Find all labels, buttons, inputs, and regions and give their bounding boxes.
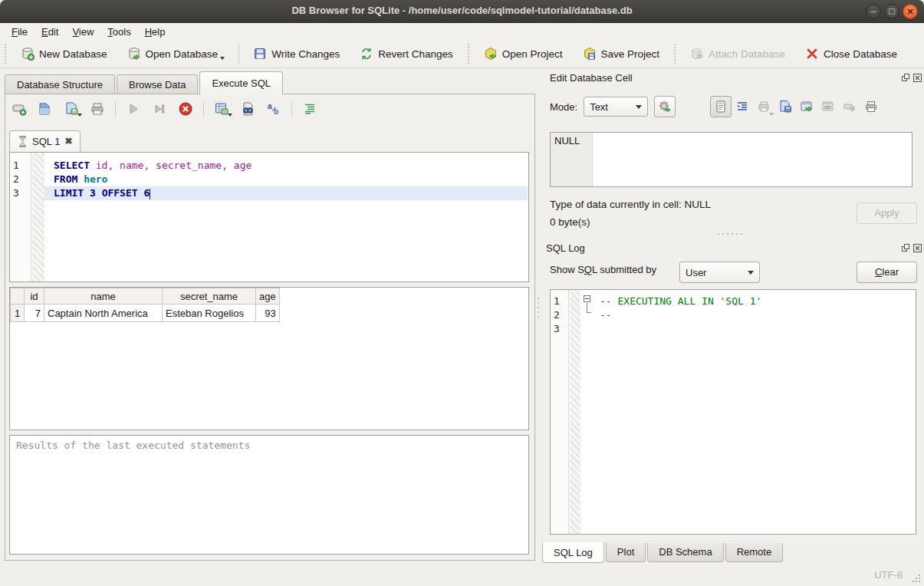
sql-tab-close-icon[interactable]: ✖ [64, 136, 72, 146]
apply-button[interactable]: Apply [857, 202, 917, 224]
tab-browse-data[interactable]: Browse Data [117, 74, 198, 94]
code-line-2[interactable]: FROM hero [44, 173, 528, 186]
tab-remote[interactable]: Remote [725, 543, 784, 562]
export-results-button[interactable] [213, 100, 230, 117]
line-number: 3 [13, 186, 30, 200]
menu-tools[interactable]: Tools [100, 25, 137, 39]
text-mode-button[interactable] [710, 96, 732, 117]
results-message-area[interactable]: Results of the last executed statements [9, 435, 529, 555]
titlebar[interactable]: DB Browser for SQLite - /home/user/code/… [0, 0, 924, 23]
column-header-age[interactable]: age [256, 288, 280, 305]
save-sql-dropdown-icon[interactable] [77, 114, 82, 117]
menu-edit[interactable]: Edit [35, 25, 65, 39]
open-sql-file-button[interactable] [37, 100, 54, 117]
stop-execution-button[interactable] [177, 100, 194, 117]
format-sql-button[interactable] [301, 100, 318, 117]
sql-log-filter-select[interactable]: User [679, 262, 760, 283]
minimize-button[interactable]: ─ [866, 4, 881, 19]
sql-tab-label: SQL 1 [32, 136, 60, 147]
tab-plot[interactable]: Plot [606, 543, 646, 562]
sql-code-editor[interactable]: 1 2 3 SELECT id, name, secret_name, age … [9, 152, 529, 282]
menu-view[interactable]: View [65, 25, 100, 39]
print-sql-button[interactable] [89, 100, 106, 117]
export-data-button[interactable] [796, 96, 817, 117]
results-message-placeholder: Results of the last executed statements [16, 440, 250, 451]
open-database-label: Open Database [146, 48, 219, 60]
code-line-1[interactable]: SELECT id, name, secret_name, age [44, 159, 528, 173]
float-panel-icon[interactable] [902, 244, 910, 252]
clear-log-button[interactable]: Clear [857, 262, 917, 283]
cell-value-editor[interactable]: NULL [550, 132, 912, 187]
open-file-button[interactable] [753, 96, 774, 117]
close-panel-icon[interactable] [913, 244, 922, 252]
float-panel-icon[interactable] [902, 74, 910, 82]
cell-secret-name[interactable]: Esteban Rogelios [163, 305, 256, 322]
toolbar-drag-handle[interactable] [672, 44, 677, 64]
export-results-dropdown-icon[interactable] [228, 114, 232, 117]
set-null-button[interactable] [839, 96, 860, 117]
maximize-button[interactable]: ☐ [884, 4, 899, 19]
attach-database-button[interactable]: Attach Database [682, 43, 793, 64]
print-cell-button[interactable] [860, 96, 882, 117]
import-data-button[interactable] [774, 96, 796, 117]
cell-type-info: Type of data currently in cell: NULL [550, 199, 711, 210]
tab-db-schema[interactable]: DB Schema [647, 543, 723, 562]
import-data-icon [778, 100, 792, 114]
cell-id[interactable]: 7 [25, 305, 44, 322]
code-line-3[interactable]: LIMIT 3 OFFSET 6 [44, 186, 528, 200]
tab-execute-sql[interactable]: Execute SQL [199, 71, 283, 94]
close-panel-icon[interactable] [913, 74, 922, 82]
new-database-label: New Database [39, 48, 107, 60]
open-project-button[interactable]: Open Project [476, 43, 571, 64]
execute-line-button[interactable] [151, 100, 168, 117]
window-title: DB Browser for SQLite - /home/user/code/… [0, 5, 924, 16]
close-database-button[interactable]: Close Database [797, 43, 905, 64]
indent-button[interactable] [732, 96, 753, 117]
replace-button[interactable]: ab [265, 100, 282, 117]
tab-database-structure[interactable]: Database Structure [5, 74, 115, 94]
menu-help[interactable]: Help [138, 25, 173, 39]
code-fold-collapse-icon[interactable] [584, 295, 590, 302]
column-header-name[interactable]: name [44, 288, 163, 305]
open-database-button[interactable]: Open Database [120, 43, 233, 64]
toolbar-separator [238, 44, 239, 64]
close-button[interactable]: ✕ [903, 4, 918, 19]
cell-name[interactable]: Captain North America [44, 305, 163, 322]
open-database-dropdown-icon[interactable] [220, 57, 225, 60]
pane-splitter[interactable] [537, 298, 540, 318]
log-line-2: -- [581, 308, 915, 322]
results-grid[interactable]: id name secret_name age 1 7 Captain Nort… [9, 287, 529, 430]
sql-1-tab[interactable]: SQL 1 ✖ [9, 130, 81, 152]
mode-select[interactable]: Text [584, 97, 648, 117]
find-button[interactable] [239, 100, 256, 117]
toolbar-drag-handle[interactable] [3, 44, 8, 64]
new-database-button[interactable]: New Database [13, 43, 115, 64]
new-sql-tab-button[interactable] [11, 100, 28, 117]
cell-log-splitter[interactable] [713, 232, 747, 235]
menu-file[interactable]: File [5, 25, 35, 39]
tab-sql-log[interactable]: SQL Log [542, 542, 604, 563]
link-button[interactable] [817, 96, 839, 117]
column-header-id[interactable]: id [25, 288, 44, 305]
apply-gear-button[interactable] [654, 96, 676, 117]
grid-corner-cell[interactable] [11, 288, 25, 305]
resize-grip[interactable] [912, 574, 921, 583]
revert-changes-button[interactable]: Revert Changes [352, 43, 461, 64]
execute-all-button[interactable] [125, 100, 142, 117]
bottom-tab-bar: SQL Log Plot DB Schema Remote [542, 543, 784, 564]
toolbar-drag-handle[interactable] [466, 44, 471, 64]
sql-log-view[interactable]: 1 2 3 -- EXECUTING ALL IN 'SQL 1' -- [550, 289, 916, 535]
cell-size-info: 0 byte(s) [550, 216, 590, 228]
cell-age[interactable]: 93 [256, 305, 280, 322]
row-number-cell[interactable]: 1 [11, 305, 25, 322]
line-number: 1 [13, 159, 30, 173]
mode-label: Mode: [550, 101, 577, 113]
column-header-secret-name[interactable]: secret_name [163, 288, 256, 305]
encoding-indicator: UTF-8 [874, 569, 903, 581]
sql-toolbar-separator [291, 100, 292, 117]
sql-keyword: OFFSET [102, 187, 138, 199]
write-changes-button[interactable]: Write Changes [245, 43, 347, 64]
save-sql-file-button[interactable] [63, 100, 80, 117]
sql-toolbar-separator [115, 100, 116, 117]
save-project-button[interactable]: Save Project [575, 43, 668, 64]
